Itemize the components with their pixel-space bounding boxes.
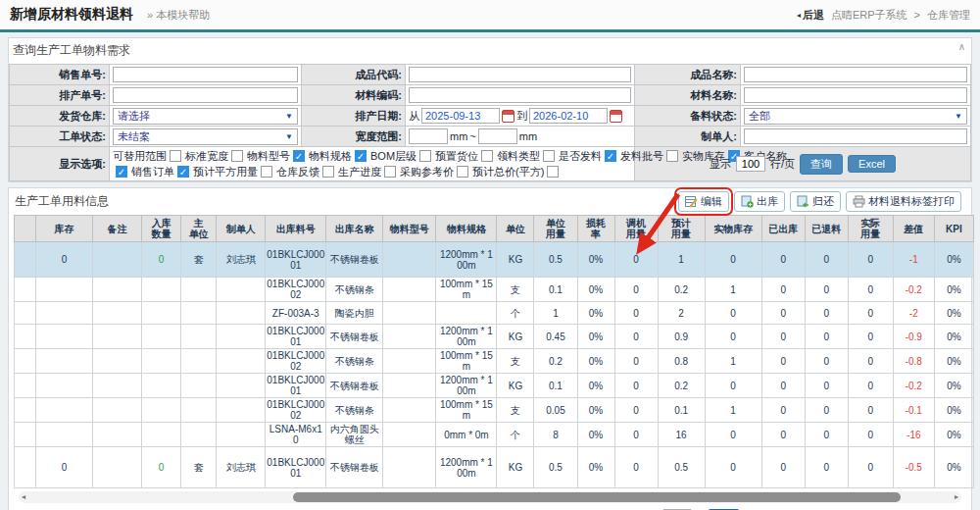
- display-option-label: 仓库反馈: [276, 164, 319, 179]
- table-cell: 个: [497, 423, 534, 447]
- table-cell: 0.2: [658, 374, 705, 398]
- scrollbar-handle[interactable]: [293, 492, 901, 502]
- material-name-label: 材料名称:: [635, 85, 741, 106]
- table-row[interactable]: 00套刘志琪01BKLCJ00001不锈钢卷板1200mm * 100mKG0.…: [15, 242, 974, 278]
- horizontal-scrollbar[interactable]: ◂ ▸: [19, 491, 961, 503]
- table-cell: 支: [497, 398, 534, 423]
- product-name-label: 成品名称:: [635, 65, 741, 85]
- width-min-input[interactable]: [409, 128, 448, 144]
- table-cell: [383, 325, 436, 349]
- checkbox[interactable]: [419, 150, 431, 162]
- date-to-input[interactable]: [529, 108, 608, 124]
- table-cell: 0: [848, 349, 893, 374]
- checkbox[interactable]: ✓: [177, 166, 189, 178]
- material-code-input[interactable]: [409, 87, 631, 103]
- checkbox[interactable]: ✓: [293, 150, 305, 162]
- checkbox[interactable]: [322, 166, 334, 178]
- checkbox[interactable]: [481, 150, 493, 162]
- calendar-icon[interactable]: [610, 110, 622, 123]
- table-panel-title: 生产工单用料信息: [15, 193, 109, 210]
- checkbox[interactable]: ✓: [605, 150, 616, 162]
- display-option: 销售订单✓: [131, 164, 189, 179]
- table-cell: 0: [761, 302, 805, 325]
- return-button[interactable]: 归还: [790, 191, 841, 212]
- checkbox[interactable]: [170, 150, 181, 162]
- checkbox[interactable]: [261, 166, 272, 178]
- table-cell: 8: [534, 423, 577, 447]
- table-cell: [93, 447, 142, 488]
- outbound-button[interactable]: 出库: [734, 191, 785, 212]
- table-cell: 0: [805, 423, 848, 447]
- table-cell: [15, 325, 36, 349]
- checkbox[interactable]: [231, 150, 243, 162]
- column-header: 调机 用量: [614, 216, 658, 242]
- table-cell: 0: [614, 278, 658, 302]
- pagesize-input[interactable]: [736, 156, 765, 172]
- search-panel: 查询生产工单物料需求 ∧ 销售单号: 成品代码: 成品名称: 排产单号: 材料编…: [8, 37, 972, 182]
- checkbox[interactable]: ✓: [116, 166, 127, 178]
- collapse-icon[interactable]: ∧: [958, 41, 965, 52]
- product-code-input[interactable]: [409, 67, 631, 82]
- width-max-input[interactable]: [478, 128, 517, 144]
- table-cell: 1: [658, 242, 705, 278]
- excel-button[interactable]: Excel: [848, 155, 896, 173]
- checkbox[interactable]: [666, 150, 678, 162]
- table-cell: 0: [614, 447, 658, 488]
- stock-status-select[interactable]: 全部▼: [744, 108, 967, 125]
- table-cell: 0: [614, 374, 658, 398]
- module-help-link[interactable]: » 本模块帮助: [147, 8, 210, 23]
- back-button[interactable]: ◂后退: [797, 8, 824, 23]
- schedule-no-input[interactable]: [113, 87, 298, 103]
- calendar-icon[interactable]: [502, 110, 514, 123]
- table-cell: 0: [848, 302, 893, 325]
- maker-input[interactable]: [744, 128, 967, 144]
- width-separator: ~: [469, 130, 475, 142]
- column-header: 出库名称: [326, 216, 383, 242]
- table-row[interactable]: 01BKLCJ00002不锈钢条100mm * 15m支0.050%00.110…: [15, 398, 974, 423]
- checkbox[interactable]: [457, 166, 468, 178]
- date-from-input[interactable]: [421, 108, 500, 124]
- display-option: 发料批号: [620, 148, 678, 164]
- product-name-input[interactable]: [744, 67, 967, 82]
- table-cell: [181, 398, 217, 423]
- table-cell: [93, 423, 142, 447]
- table-cell: 1200mm * 100m: [436, 447, 497, 488]
- scroll-right-icon[interactable]: ▸: [955, 492, 958, 502]
- breadcrumb-system[interactable]: 点晴ERP子系统: [831, 8, 907, 23]
- schedule-no-label: 排产单号:: [10, 85, 110, 106]
- checkbox[interactable]: ✓: [355, 150, 367, 162]
- display-option: 仓库反馈: [276, 164, 334, 179]
- material-name-input[interactable]: [744, 87, 967, 103]
- table-row[interactable]: 01BKLCJ00002不锈钢条100mm * 15m支0.10%00.2100…: [15, 278, 974, 302]
- order-status-select[interactable]: 未结案▼: [113, 128, 298, 145]
- table-row[interactable]: 01BKLCJ00001不锈钢卷板1200mm * 100mKG0.450%00…: [15, 325, 974, 349]
- table-cell: 0%: [577, 447, 614, 488]
- material-code-label: 材料编码:: [302, 85, 406, 106]
- table-cell: 0%: [934, 325, 973, 349]
- checkbox[interactable]: [384, 166, 396, 178]
- table-cell: 0: [705, 242, 761, 278]
- table-cell: 1200mm * 100m: [436, 242, 497, 278]
- table-row[interactable]: LSNA-M6x10内六角圆头螺丝0mm * 0m个80%0160000-160…: [15, 423, 974, 447]
- scroll-left-icon[interactable]: ◂: [22, 492, 25, 502]
- warehouse-select[interactable]: 请选择▼: [113, 108, 298, 125]
- column-header: 已出库: [761, 216, 805, 242]
- table-row[interactable]: 01BKLCJ00002不锈钢条100mm * 15m支0.20%00.8100…: [15, 349, 974, 374]
- breadcrumb-section[interactable]: 仓库管理: [927, 8, 970, 23]
- table-cell: 0.45: [534, 325, 577, 349]
- print-label-button[interactable]: 材料退料标签打印: [846, 191, 961, 212]
- table-row[interactable]: 00套刘志琪01BKLCJ00001不锈钢卷板1200mm * 100mKG0.…: [15, 447, 974, 488]
- table-cell: 0.1: [534, 278, 577, 302]
- table-cell: KG: [497, 447, 534, 488]
- table-cell: 套: [181, 447, 217, 488]
- checkbox[interactable]: [547, 166, 559, 178]
- checkbox[interactable]: [543, 150, 555, 162]
- table-row[interactable]: ZF-003A-3陶瓷内胆个10%020000-20%: [15, 302, 974, 325]
- table-cell: 0.9: [658, 325, 705, 349]
- sales-no-input[interactable]: [113, 67, 298, 82]
- table-row[interactable]: 01BKLCJ00001不锈钢卷板1200mm * 100mKG0.10%00.…: [15, 374, 974, 398]
- table-cell: 2: [658, 302, 705, 325]
- edit-button[interactable]: 编辑: [678, 191, 729, 212]
- query-button[interactable]: 查询: [800, 154, 843, 175]
- table-cell: 0: [848, 374, 893, 398]
